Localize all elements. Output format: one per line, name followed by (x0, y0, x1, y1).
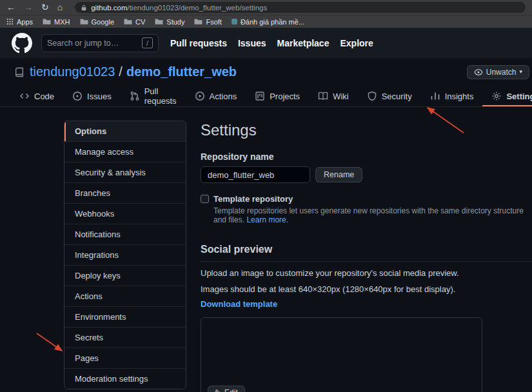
learn-more-link[interactable]: Learn more. (246, 215, 288, 224)
sidebar-item-actions[interactable]: Actions (64, 286, 186, 306)
tab-pull-requests[interactable]: Pull requests (121, 86, 186, 106)
sidebar-item-moderation-settings[interactable]: Moderation settings (64, 368, 186, 389)
apps-grid-icon (6, 18, 14, 25)
lock-icon (81, 4, 87, 12)
tab-code[interactable]: Code (10, 86, 63, 106)
repository-name-label: Repository name (201, 152, 532, 162)
play-circle-icon (195, 91, 205, 101)
settings-page: Options Manage access Security & analysi… (0, 107, 532, 392)
search-input[interactable] (47, 39, 138, 48)
home-icon[interactable]: ⌂ (57, 0, 63, 15)
tab-settings[interactable]: Settings (482, 86, 532, 106)
settings-main: Settings Repository name Rename Template… (201, 121, 532, 392)
bookmark-label: Đánh giá phần mề... (241, 18, 304, 26)
page-title: Settings (201, 121, 532, 140)
sidebar-item-pages[interactable]: Pages (64, 348, 186, 368)
repo-book-icon (14, 67, 25, 77)
repo-owner-link[interactable]: tiendung01023 (30, 64, 115, 79)
folder-icon (124, 18, 132, 25)
folder-icon (43, 18, 51, 25)
code-icon (19, 91, 30, 101)
back-icon[interactable]: ← (6, 0, 15, 15)
sidebar-item-notifications[interactable]: Notifications (64, 224, 186, 244)
global-search[interactable]: / (41, 34, 159, 52)
folder-icon (80, 18, 88, 25)
tab-actions[interactable]: Actions (186, 86, 246, 106)
browser-toolbar: ← → ↻ ⌂ github.com/tiendung01023/demo_fl… (0, 0, 532, 15)
tab-wiki[interactable]: Wiki (309, 86, 358, 106)
tab-label: Code (34, 92, 54, 101)
sidebar-item-branches[interactable]: Branches (64, 182, 186, 203)
tab-label: Pull requests (144, 86, 177, 106)
favicon-icon (232, 19, 237, 24)
nav-pull-requests[interactable]: Pull requests (170, 38, 227, 48)
sidebar-item-deploy-keys[interactable]: Deploy keys (64, 265, 186, 286)
tab-label: Actions (210, 92, 237, 101)
tab-projects[interactable]: Projects (246, 86, 309, 106)
github-logo-icon[interactable] (12, 33, 32, 54)
project-board-icon (255, 91, 265, 101)
issue-opened-icon (72, 91, 83, 101)
social-preview-heading: Social preview (201, 244, 532, 262)
bookmark-label: CV (135, 18, 145, 26)
folder-icon (155, 18, 163, 25)
address-bar[interactable]: github.com/tiendung01023/demo_flutter_we… (75, 2, 526, 13)
bookmark-folder-cv[interactable]: CV (124, 18, 145, 26)
sidebar-item-secrets[interactable]: Secrets (64, 327, 186, 348)
tab-label: Insights (445, 92, 474, 101)
tab-security[interactable]: Security (358, 86, 421, 106)
github-header: / Pull requests Issues Marketplace Explo… (0, 28, 532, 58)
tab-issues[interactable]: Issues (63, 86, 121, 106)
tab-label: Issues (87, 92, 112, 101)
sidebar-item-security-analysis[interactable]: Security & analysis (64, 162, 186, 182)
sidebar-item-options[interactable]: Options (64, 121, 186, 141)
download-template-link[interactable]: Download template (201, 299, 277, 309)
settings-sidebar: Options Manage access Security & analysi… (64, 121, 186, 389)
repo-name-link[interactable]: demo_flutter_web (126, 64, 237, 79)
bookmark-apps[interactable]: Apps (6, 18, 33, 26)
bookmark-folder-fsoft[interactable]: Fsoft (194, 18, 221, 26)
edit-label: Edit (224, 388, 238, 392)
sidebar-item-environments[interactable]: Environments (64, 306, 186, 327)
tab-insights[interactable]: Insights (421, 86, 483, 106)
bookmark-folder-study[interactable]: Study (155, 18, 184, 26)
graph-icon (430, 91, 440, 101)
unwatch-button[interactable]: Unwatch ▾ (467, 65, 529, 79)
url-domain: github.com (91, 4, 127, 12)
bookmark-danh-gia[interactable]: Đánh giá phần mề... (232, 18, 304, 26)
folder-icon (194, 18, 202, 25)
pencil-icon: ✎ (215, 388, 221, 392)
repository-name-input[interactable] (201, 166, 310, 183)
unwatch-label: Unwatch (486, 68, 517, 77)
git-pull-request-icon (130, 91, 140, 101)
bookmark-label: Apps (17, 18, 33, 26)
bookmark-folder-google[interactable]: Google (80, 18, 114, 26)
template-repository-checkbox[interactable] (201, 195, 209, 203)
eye-icon (474, 68, 483, 77)
edit-social-preview-button[interactable]: ✎ Edit (208, 386, 245, 392)
sidebar-item-manage-access[interactable]: Manage access (64, 141, 186, 162)
shield-icon (367, 91, 377, 101)
repo-tab-bar: Code Issues Pull requests Actions Projec… (0, 86, 532, 107)
book-icon (318, 91, 328, 101)
bookmarks-bar: Apps MXH Google CV Study Fsoft Đánh giá … (0, 15, 532, 28)
chevron-down-icon: ▾ (519, 69, 522, 75)
template-repository-description: Template repositories let users generate… (213, 206, 532, 224)
repo-title: tiendung01023 / demo_flutter_web (30, 64, 237, 79)
tab-label: Wiki (333, 92, 349, 101)
nav-issues[interactable]: Issues (238, 38, 266, 48)
sidebar-item-webhooks[interactable]: Webhooks (64, 203, 186, 224)
url-text: github.com/tiendung01023/demo_flutter_we… (91, 4, 267, 12)
rename-button[interactable]: Rename (315, 167, 362, 182)
repo-header: tiendung01023 / demo_flutter_web Unwatch… (0, 58, 532, 86)
forward-icon[interactable]: → (24, 0, 33, 15)
slash-shortcut-badge: / (142, 37, 153, 48)
tab-label: Security (382, 92, 412, 101)
nav-marketplace[interactable]: Marketplace (277, 38, 330, 48)
nav-explore[interactable]: Explore (340, 38, 373, 48)
github-nav: Pull requests Issues Marketplace Explore (170, 38, 373, 48)
sidebar-item-integrations[interactable]: Integrations (64, 244, 186, 265)
social-preview-line2: Images should be at least 640×320px (128… (201, 284, 532, 294)
reload-icon[interactable]: ↻ (41, 0, 49, 15)
bookmark-folder-mxh[interactable]: MXH (43, 18, 70, 26)
